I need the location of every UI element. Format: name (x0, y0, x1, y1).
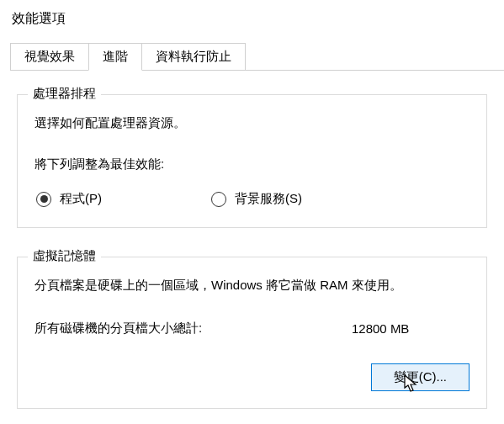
adjust-label: 將下列調整為最佳效能: (34, 156, 470, 172)
group-legend: 處理器排程 (28, 86, 101, 102)
window-title: 效能選項 (0, 0, 504, 43)
radio-row: 程式(P) 背景服務(S) (34, 191, 470, 207)
radio-programs[interactable]: 程式(P) (36, 191, 102, 207)
processor-scheduling-group: 處理器排程 選擇如何配置處理器資源。 將下列調整為最佳效能: 程式(P) 背景服… (17, 94, 487, 228)
tab-dep[interactable]: 資料執行防止 (141, 43, 246, 70)
virtual-memory-group: 虛擬記憶體 分頁檔案是硬碟上的一個區域，Windows 將它當做 RAM 來使用… (17, 257, 487, 409)
vm-total-value: 12800 MB (352, 321, 470, 336)
vm-total-label: 所有磁碟機的分頁檔大小總計: (34, 321, 352, 337)
radio-label: 程式(P) (60, 191, 102, 207)
radio-icon (211, 192, 226, 207)
tab-label: 視覺效果 (24, 49, 75, 63)
tab-label: 資料執行防止 (156, 49, 231, 63)
radio-label: 背景服務(S) (235, 191, 302, 207)
tab-content: 處理器排程 選擇如何配置處理器資源。 將下列調整為最佳效能: 程式(P) 背景服… (0, 71, 504, 409)
button-label: 變更(C)... (394, 369, 447, 384)
radio-icon (36, 192, 51, 207)
change-button[interactable]: 變更(C)... (371, 363, 470, 391)
tab-advanced[interactable]: 進階 (88, 43, 142, 71)
tab-label: 進階 (103, 49, 128, 63)
vm-total-row: 所有磁碟機的分頁檔大小總計: 12800 MB (34, 321, 470, 337)
tab-visual-effects[interactable]: 視覺效果 (10, 43, 89, 70)
group-legend: 虛擬記憶體 (28, 248, 101, 264)
vm-description: 分頁檔案是硬碟上的一個區域，Windows 將它當做 RAM 來使用。 (34, 278, 470, 294)
cpu-description: 選擇如何配置處理器資源。 (34, 115, 470, 131)
button-row: 變更(C)... (34, 363, 470, 391)
radio-background-services[interactable]: 背景服務(S) (211, 191, 302, 207)
tabs-bar: 視覺效果 進階 資料執行防止 (10, 43, 504, 71)
